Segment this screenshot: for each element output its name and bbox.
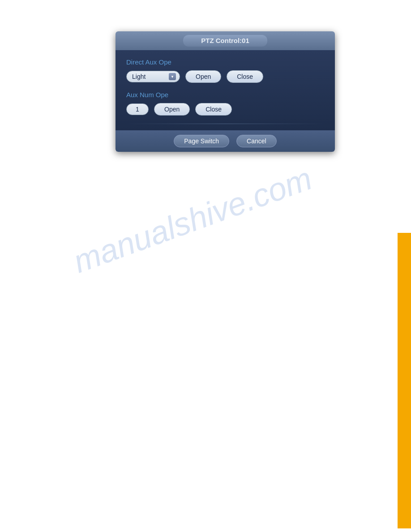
- direct-aux-controls: Light Open Close: [126, 70, 324, 83]
- aux-type-dropdown[interactable]: Light: [126, 71, 180, 82]
- aux-num-section: Aux Num Ope 1 Open Close: [126, 91, 324, 116]
- direct-aux-close-button[interactable]: Close: [227, 70, 263, 83]
- dialog-title-inner: PTZ Control:01: [183, 35, 267, 47]
- aux-num-input[interactable]: 1: [126, 103, 149, 115]
- cancel-button[interactable]: Cancel: [236, 135, 277, 147]
- body-separator: [126, 124, 324, 124]
- watermark-text: manualshive.com: [68, 160, 317, 280]
- aux-num-open-button[interactable]: Open: [154, 103, 190, 116]
- direct-aux-section: Direct Aux Ope Light Open Close: [126, 58, 324, 83]
- aux-num-controls: 1 Open Close: [126, 103, 324, 116]
- aux-num-close-button[interactable]: Close: [195, 103, 232, 116]
- page-switch-button[interactable]: Page Switch: [174, 135, 229, 147]
- dialog-footer: Page Switch Cancel: [116, 130, 335, 152]
- aux-num-label: Aux Num Ope: [126, 91, 324, 99]
- yellow-sidebar-bar: [398, 233, 411, 528]
- dialog-title: PTZ Control:01: [201, 37, 249, 44]
- ptz-control-dialog: PTZ Control:01 Direct Aux Ope Light Open…: [116, 31, 335, 152]
- dropdown-arrow-icon: [169, 73, 176, 80]
- dialog-title-bar: PTZ Control:01: [116, 31, 335, 50]
- direct-aux-label: Direct Aux Ope: [126, 58, 324, 66]
- dialog-body: Direct Aux Ope Light Open Close Aux Num …: [116, 50, 335, 130]
- dropdown-selected-value: Light: [132, 73, 166, 80]
- direct-aux-open-button[interactable]: Open: [185, 70, 221, 83]
